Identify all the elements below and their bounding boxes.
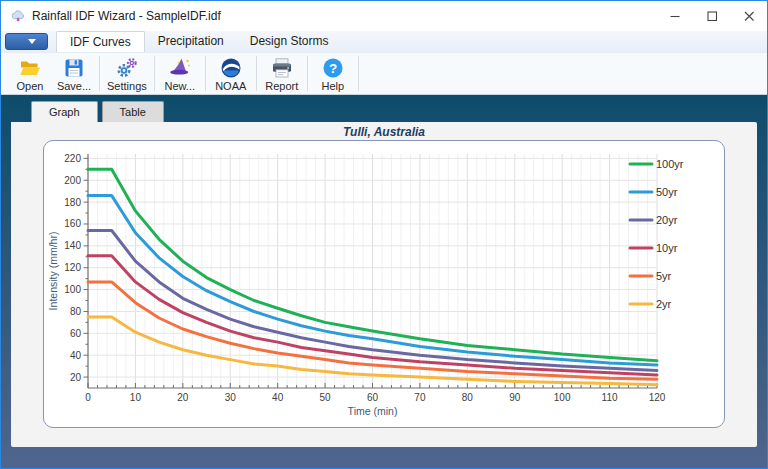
svg-text:60: 60: [367, 392, 379, 403]
titlebar: Rainfall IDF Wizard - SampleIDF.idf: [1, 1, 767, 31]
report-label: Report: [265, 80, 298, 92]
idf-chart-svg: 0102030405060708090100110120204060801001…: [44, 141, 725, 428]
svg-text:50: 50: [320, 392, 332, 403]
minimize-button[interactable]: [656, 1, 693, 31]
doc-tab-graph[interactable]: Graph: [31, 101, 98, 122]
save-floppy-icon: [62, 56, 86, 80]
toolbar-separator: [307, 56, 308, 91]
tab-design-storms[interactable]: Design Storms: [237, 31, 342, 52]
help-button[interactable]: ? Help: [311, 53, 355, 94]
svg-text:30: 30: [225, 392, 237, 403]
close-button[interactable]: [730, 1, 767, 31]
svg-text:20: 20: [70, 372, 82, 383]
legend-label-50yr: 50yr: [656, 186, 678, 198]
chart-container: 0102030405060708090100110120204060801001…: [43, 140, 725, 428]
svg-text:70: 70: [414, 392, 426, 403]
legend-label-20yr: 20yr: [656, 214, 678, 226]
svg-text:0: 0: [85, 392, 91, 403]
svg-text:?: ?: [329, 61, 337, 76]
maximize-button[interactable]: [693, 1, 730, 31]
toolbar: Open Save... Settings: [1, 52, 767, 95]
content-frame: Graph Table Tulli, Australia 01020304050…: [1, 95, 767, 468]
tab-idf-curves[interactable]: IDF Curves: [56, 31, 145, 52]
svg-text:180: 180: [64, 197, 81, 208]
svg-text:90: 90: [509, 392, 521, 403]
open-label: Open: [17, 80, 44, 92]
svg-text:60: 60: [70, 328, 82, 339]
svg-text:120: 120: [64, 262, 81, 273]
svg-text:140: 140: [64, 240, 81, 251]
content-panel: Tulli, Australia 01020304050607080901001…: [11, 122, 757, 447]
svg-text:40: 40: [70, 350, 82, 361]
svg-text:220: 220: [64, 153, 81, 164]
open-button[interactable]: Open: [8, 53, 52, 94]
doc-tab-table[interactable]: Table: [102, 101, 164, 122]
svg-text:200: 200: [64, 175, 81, 186]
printer-icon: [270, 56, 294, 80]
minimize-icon: [667, 8, 683, 24]
svg-text:10: 10: [130, 392, 142, 403]
legend-label-2yr: 2yr: [656, 298, 672, 310]
noaa-label: NOAA: [215, 80, 246, 92]
save-label: Save...: [57, 80, 91, 92]
settings-button[interactable]: Settings: [103, 53, 151, 94]
noaa-logo-icon: [219, 56, 243, 80]
cloud-rain-app-icon: [10, 8, 26, 24]
svg-text:110: 110: [602, 392, 618, 403]
close-icon: [741, 8, 757, 24]
tab-precipitation[interactable]: Precipitation: [145, 31, 237, 52]
menu-tabstrip: IDF Curves Precipitation Design Storms: [1, 31, 767, 52]
doc-tabs: Graph Table: [31, 101, 757, 122]
toolbar-separator: [256, 56, 257, 91]
svg-text:80: 80: [462, 392, 474, 403]
chart-title: Tulli, Australia: [11, 122, 757, 139]
open-folder-icon: [18, 56, 42, 80]
toolbar-separator: [99, 56, 100, 91]
noaa-button[interactable]: NOAA: [209, 53, 253, 94]
help-question-icon: ?: [321, 56, 345, 80]
svg-text:40: 40: [272, 392, 284, 403]
svg-text:Time (min): Time (min): [348, 405, 398, 417]
svg-text:120: 120: [649, 392, 666, 403]
help-label: Help: [321, 80, 344, 92]
chevron-down-icon: [28, 39, 36, 44]
svg-text:100: 100: [64, 284, 81, 295]
svg-text:20: 20: [177, 392, 189, 403]
settings-label: Settings: [107, 80, 147, 92]
new-button[interactable]: New...: [158, 53, 202, 94]
svg-text:100: 100: [554, 392, 571, 403]
toolbar-separator: [154, 56, 155, 91]
window-title: Rainfall IDF Wizard - SampleIDF.idf: [32, 9, 221, 23]
legend-label-100yr: 100yr: [656, 158, 684, 170]
new-label: New...: [164, 80, 195, 92]
app-menu-button[interactable]: [5, 33, 48, 50]
svg-text:80: 80: [70, 306, 82, 317]
save-button[interactable]: Save...: [52, 53, 96, 94]
maximize-icon: [704, 8, 720, 24]
svg-text:160: 160: [64, 218, 81, 229]
toolbar-separator: [205, 56, 206, 91]
app-window: Rainfall IDF Wizard - SampleIDF.idf IDF …: [0, 0, 768, 469]
gears-icon: [115, 56, 139, 80]
toolbar-separator: [358, 56, 359, 91]
legend-label-5yr: 5yr: [656, 270, 672, 282]
legend-label-10yr: 10yr: [656, 242, 678, 254]
svg-text:Intensity (mm/hr): Intensity (mm/hr): [47, 232, 59, 311]
wizard-hat-icon: [168, 56, 192, 80]
report-button[interactable]: Report: [260, 53, 304, 94]
